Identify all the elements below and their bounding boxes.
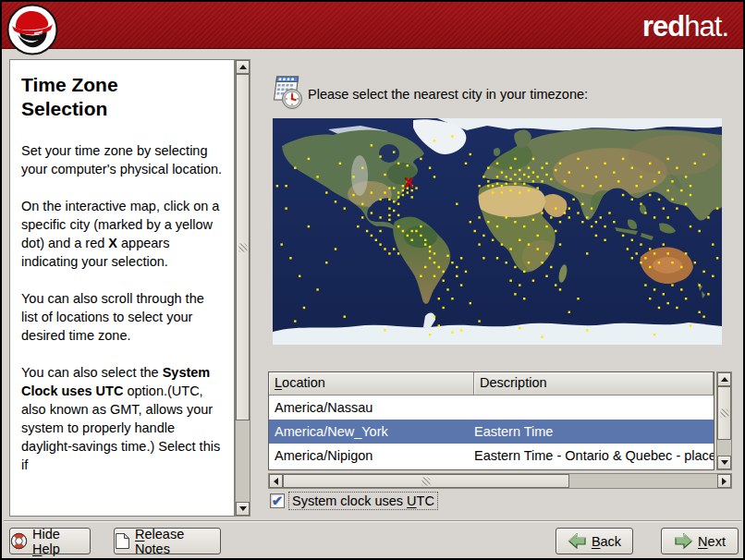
table-horizontal-scrollbar[interactable] [268, 473, 732, 489]
cell-location: America/Nassau [269, 400, 474, 415]
timezone-list: Location Description America/Nassau Amer… [268, 371, 714, 470]
scroll-up-button[interactable] [717, 372, 731, 386]
next-button[interactable]: Next [661, 528, 739, 554]
scroll-down-button[interactable] [236, 502, 250, 516]
table-row[interactable]: America/New_York Eastern Time [269, 420, 714, 444]
help-paragraph: On the interactive map, click on a speci… [21, 197, 223, 271]
cell-location: America/New_York [269, 424, 474, 439]
help-paragraph: You can also scroll through the list of … [21, 289, 223, 345]
arrow-down-icon [239, 506, 247, 511]
release-notes-button[interactable]: Release Notes [114, 528, 221, 554]
redhat-banner [2, 2, 743, 49]
footer-separator [4, 520, 741, 522]
utc-checkbox[interactable]: ✔ [270, 493, 285, 508]
scroll-right-button[interactable] [717, 474, 731, 488]
help-scrollbar-thumb[interactable] [236, 74, 250, 420]
selected-city-marker: X [405, 176, 413, 189]
next-arrow-icon [674, 533, 693, 549]
prompt-text: Please select the nearest city in your t… [308, 87, 588, 102]
back-button[interactable]: Back [556, 528, 633, 554]
grip-icon [422, 477, 431, 485]
button-label: Next [698, 534, 726, 549]
help-title: Time Zone Selection [21, 73, 183, 121]
horizontal-scrollbar-track[interactable] [569, 474, 717, 488]
arrow-up-icon [239, 65, 247, 69]
document-icon [115, 532, 130, 550]
timezone-world-map[interactable]: X [273, 118, 722, 345]
help-paragraph: You can also select the System Clock use… [21, 363, 223, 474]
timezone-table: Location Description America/Nassau Amer… [268, 371, 732, 470]
cell-description: Eastern Time - Ontario & Quebec - places… [474, 448, 714, 463]
arrow-left-icon [274, 478, 278, 485]
scroll-left-button[interactable] [269, 474, 283, 488]
help-text-area: Time Zone Selection Set your time zone b… [9, 59, 235, 517]
button-label: Hide Help [32, 527, 90, 556]
horizontal-scrollbar-thumb[interactable] [283, 474, 569, 488]
scroll-down-button[interactable] [717, 456, 731, 469]
prompt-row: Please select the nearest city in your t… [267, 74, 729, 111]
lifebuoy-icon [10, 532, 28, 550]
utc-checkbox-row[interactable]: ✔ System clock uses UTC [270, 492, 438, 510]
grip-icon [720, 409, 728, 418]
table-row[interactable]: America/Nassau [269, 396, 714, 420]
calendar-clock-icon [267, 74, 304, 111]
utc-checkbox-label[interactable]: System clock uses UTC [288, 492, 438, 510]
cell-description: Eastern Time [474, 424, 714, 439]
hide-help-button[interactable]: Hide Help [9, 528, 91, 554]
help-panel: Time Zone Selection Set your time zone b… [9, 59, 251, 517]
arrow-right-icon [722, 478, 727, 485]
grip-icon [238, 243, 247, 251]
button-label: Release Notes [135, 527, 220, 556]
cell-location: America/Nipigon [269, 448, 474, 463]
help-scrollbar-track[interactable] [236, 420, 250, 502]
column-header-description[interactable]: Description [474, 372, 714, 396]
table-row[interactable]: America/Nipigon Eastern Time - Ontario &… [269, 444, 714, 468]
table-header-row: Location Description [269, 372, 714, 396]
table-scrollbar-thumb[interactable] [717, 386, 731, 440]
back-arrow-icon [568, 533, 587, 549]
table-scrollbar-track[interactable] [717, 440, 731, 456]
arrow-up-icon [721, 377, 728, 382]
table-scrollbar[interactable] [716, 371, 732, 470]
redhat-shadowman-logo [6, 4, 59, 56]
column-header-location[interactable]: Location [269, 372, 474, 396]
arrow-down-icon [721, 460, 728, 465]
help-paragraph: Set your time zone by selecting your com… [21, 141, 223, 178]
button-label: Back [592, 534, 621, 549]
help-scrollbar[interactable] [235, 59, 250, 517]
redhat-wordmark: redhat. [642, 10, 728, 43]
scroll-up-button[interactable] [236, 60, 250, 74]
installer-window: redhat. Time Zone Selection Set your tim… [0, 0, 745, 560]
